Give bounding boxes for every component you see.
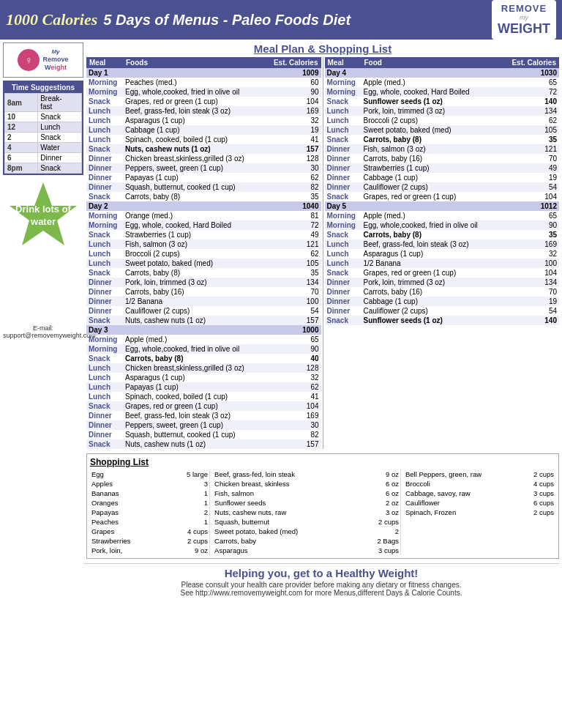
time-row: 4 Water (5, 143, 82, 153)
time-row: 8pm Snack (5, 163, 82, 174)
meal-row: DinnerCarrots, baby (16)70 (86, 287, 321, 297)
time-row: 6 Dinner (5, 153, 82, 163)
meal-row: SnackCarrots, baby (8)35 (325, 230, 560, 239)
footer-text2: See http://www.removemyweight.com for mo… (83, 589, 559, 597)
header-calories: 1000 Calories (6, 10, 97, 29)
email-label: E-mail: (3, 324, 83, 332)
meal-row: LunchBeef, grass-fed, loin steak (3 oz)1… (86, 106, 321, 116)
sidebar-logo: ♀ My Remove Weight (3, 42, 83, 78)
shopping-col2: Beef, grass-fed, loin steak9 oz Chicken … (209, 469, 400, 555)
meal-row: SnackGrapes, red or green (1 cup)104 (325, 192, 560, 201)
sidebar: ♀ My Remove Weight Time Suggestions 8am … (3, 42, 83, 559)
email-section: E-mail: support@removemyweight.com (3, 324, 83, 339)
meal-row: LunchSpinach, cooked, boiled (1 cup)41 (86, 392, 321, 401)
meal-row: DinnerPeppers, sweet, green (1 cup)30 (86, 420, 321, 430)
meal-row: DinnerCabbage (1 cup)19 (325, 297, 560, 306)
footer: Helping you, get to a Healthy Weight! Pl… (83, 563, 559, 597)
meal-row: DinnerFish, salmon (3 oz)121 (325, 144, 560, 154)
meal-row: MorningApple (med.)65 (325, 211, 560, 220)
meal-row: DinnerPork, loin, trimmed (3 oz)134 (86, 278, 321, 287)
meal-row: LunchAsparagus (1 cup)32 (86, 116, 321, 125)
meal-row: MorningEgg, whole, cooked, Hard Boiled72 (86, 220, 321, 230)
meal-row: DinnerPeppers, sweet, green (1 cup)30 (86, 163, 321, 173)
time-suggestions-box: Time Suggestions 8am Break-fast 10 Snack… (3, 81, 83, 175)
meal-row: SnackStrawberries (1 cup)49 (86, 230, 321, 239)
meal-row: MorningEgg, whole,cooked, fried in olive… (86, 344, 321, 354)
shopping-item: Spinach, Frozen2 cups (404, 508, 555, 517)
right-content: Meal Plan & Shopping List Meal Foods Est… (86, 42, 559, 559)
meal-row: MorningPeaches (med.)60 (86, 78, 321, 87)
meal-row: LunchSweet potato, baked (med)105 (86, 259, 321, 268)
shopping-item: Apples3 (90, 479, 209, 489)
meal-row: SnackSunflower seeds (1 oz)140 (325, 97, 560, 106)
shopping-item: Peaches1 (90, 517, 209, 527)
col-cal-header: Est. Calories (263, 57, 321, 68)
header: 1000 Calories 5 Days of Menus - Paleo Fo… (0, 0, 562, 40)
meal-row: DinnerBeef, grass-fed, loin steak (3 oz)… (86, 411, 321, 420)
meal-tables-wrapper: Meal Foods Est. Calories Day 1 1009 Morn… (86, 57, 559, 449)
meal-row: DinnerCarrots, baby (16)70 (325, 287, 560, 297)
meal-row: DinnerSquash, butternut, cooked (1 cup)8… (86, 430, 321, 439)
meal-row: Dinner1/2 Banana100 (86, 297, 321, 306)
meal-row: DinnerChicken breast,skinless,grilled (3… (86, 154, 321, 163)
meal-row: SnackCarrots, baby (8)35 (86, 192, 321, 201)
meal-row: SnackCarrots, baby (8)40 (86, 354, 321, 363)
meal-row: DinnerCauliflower (2 cups)54 (325, 182, 560, 192)
meal-row: LunchSweet potato, baked (med)105 (325, 125, 560, 135)
left-meal-col: Meal Foods Est. Calories Day 1 1009 Morn… (86, 57, 321, 449)
time-table: 8am Break-fast 10 Snack 12 Lunch 2 Snack… (4, 93, 82, 174)
shopping-item: Asparagus3 cups (213, 546, 400, 555)
shopping-item: Nuts, cashew nuts, raw3 oz (213, 508, 400, 517)
shopping-list-title: Shopping List (90, 457, 555, 467)
meal-row: DinnerSquash, butternut, cooked (1 cup)8… (86, 182, 321, 192)
meal-row: DinnerCarrots, baby (16)70 (325, 154, 560, 163)
meal-row: SnackNuts, cashew nuts (1 oz)157 (86, 316, 321, 325)
shopping-item: Pork, loin,9 oz (90, 546, 209, 555)
day-header-5: Day 5 1012 (325, 201, 560, 211)
meal-row: SnackSunflower seeds (1 oz)140 (325, 316, 560, 325)
meal-row: SnackCarrots, baby (8)35 (325, 135, 560, 144)
shopping-item: Beef, grass-fed, loin steak9 oz (213, 469, 400, 479)
meal-row: MorningEgg, whole,cooked, fried in olive… (325, 220, 560, 230)
meal-row: LunchAsparagus (1 cup)32 (325, 249, 560, 259)
time-row: 2 Snack (5, 133, 82, 143)
shopping-item: Strawberries2 cups (90, 536, 209, 546)
left-meal-table: Meal Foods Est. Calories Day 1 1009 Morn… (86, 57, 321, 449)
shopping-list-section: Shopping List Egg5 large Apples3 Bananas… (86, 453, 559, 559)
meal-row: SnackGrapes, red or green (1 cup)104 (86, 97, 321, 106)
meal-row: LunchBroccoli (2 cups)62 (325, 116, 560, 125)
meal-row: MorningOrange (med.)81 (86, 211, 321, 220)
col-foods-header: Foods (123, 57, 263, 68)
shopping-item: Sunflower seeds2 oz (213, 498, 400, 508)
header-logo: REMOVE my WEIGHT (492, 0, 556, 40)
day-header-3: Day 3 1000 (86, 325, 321, 335)
shopping-item: Oranges1 (90, 498, 209, 508)
shopping-item: Broccoli4 cups (404, 479, 555, 489)
right-meal-col: Meal Food Est. Calories Day 4 1030 Morni… (323, 57, 560, 449)
shopping-item: Egg5 large (90, 469, 209, 479)
shopping-col1: Egg5 large Apples3 Bananas1 Oranges1 Pap… (90, 469, 209, 555)
footer-title: Helping you, get to a Healthy Weight! (83, 567, 559, 579)
email-value: support@removemyweight.com (3, 332, 83, 339)
col-food-header-r: Food (361, 57, 501, 68)
meal-row: Lunch1/2 Banana100 (325, 259, 560, 268)
col-cal-header-r: Est. Calories (501, 57, 559, 68)
meal-row: MorningApple (med.)65 (86, 335, 321, 344)
meal-row: SnackGrapes, red or green (1 cup)104 (325, 268, 560, 278)
shopping-item: Cauliflower6 cups (404, 498, 555, 508)
shopping-grid: Egg5 large Apples3 Bananas1 Oranges1 Pap… (90, 469, 555, 555)
meal-row: LunchAsparagus (1 cup)32 (86, 373, 321, 382)
meal-row: LunchSpinach, cooked, boiled (1 cup)41 (86, 135, 321, 144)
shopping-item: Bananas1 (90, 489, 209, 498)
meal-row: SnackCarrots, baby (8)35 (86, 268, 321, 278)
meal-row: LunchChicken breast,skinless,grilled (3 … (86, 363, 321, 373)
shopping-item: Bell Peppers, green, raw2 cups (404, 469, 555, 479)
col-meal-header-r: Meal (325, 57, 361, 68)
day-header-1: Day 1 1009 (86, 68, 321, 78)
col-meal-header: Meal (86, 57, 123, 68)
right-meal-table: Meal Food Est. Calories Day 4 1030 Morni… (325, 57, 560, 325)
meal-row: DinnerPork, loin, trimmed (3 oz)134 (325, 278, 560, 287)
meal-row: SnackNuts, cashew nuts (1 oz)157 (86, 144, 321, 154)
meal-row: SnackNuts, cashew nuts (1 oz)157 (86, 439, 321, 449)
time-row: 10 Snack (5, 112, 82, 122)
